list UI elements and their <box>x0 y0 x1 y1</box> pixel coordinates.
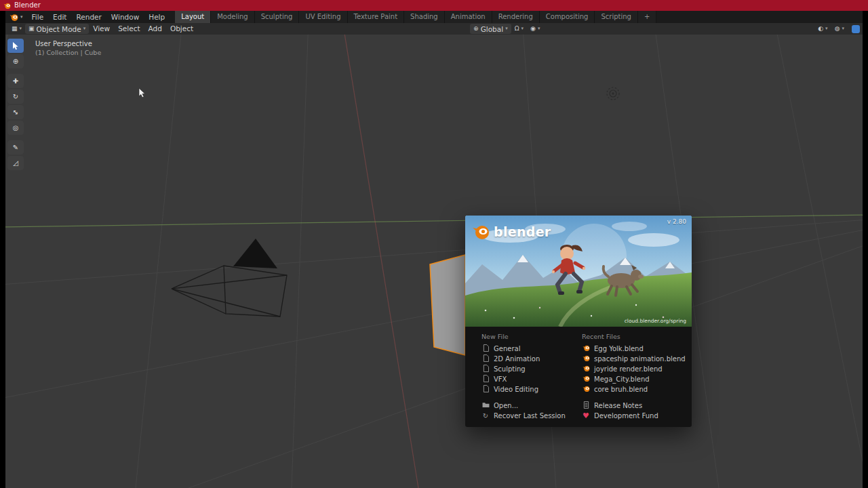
item-label: Egg Yolk.blend <box>594 345 644 352</box>
tab-rendering[interactable]: Rendering <box>492 11 540 23</box>
menu-file[interactable]: File <box>27 11 49 23</box>
tab-shading[interactable]: Shading <box>404 11 445 23</box>
new-file-vfx[interactable]: VFX <box>481 374 578 384</box>
tool-select-button[interactable] <box>7 39 24 53</box>
tool-move-button[interactable]: ✚ <box>7 74 24 88</box>
file-icon <box>481 354 490 363</box>
recent-file-4[interactable]: Mega_City.blend <box>582 374 687 384</box>
item-label: Release Notes <box>594 402 642 409</box>
recent-files-column: Recent Files Egg Yolk.blend spaceship an… <box>582 327 687 427</box>
file-icon <box>481 385 490 394</box>
axis-y-line <box>5 215 863 227</box>
tool-rotate-button[interactable]: ↻ <box>7 89 24 104</box>
annotate-pen-icon: ✎ <box>13 144 18 151</box>
light-object[interactable] <box>607 87 619 100</box>
menu-window[interactable]: Window <box>106 11 144 23</box>
collection-breadcrumb: (1) Collection | Cube <box>35 49 101 56</box>
editor-type-button[interactable]: ▦ ▾ <box>8 24 25 34</box>
tool-transform-button[interactable]: ◎ <box>7 121 24 135</box>
menu-add[interactable]: Add <box>144 23 166 35</box>
topbar: ▾ File Edit Render Window Help Layout Mo… <box>5 11 863 23</box>
object-mode-icon: ▣ <box>28 26 35 32</box>
tool-shelf: ⊕ ✚ ↻ ↔ ◎ ✎ ◿ <box>7 39 24 170</box>
tab-modeling[interactable]: Modeling <box>211 11 255 23</box>
orientation-globe-icon: ⊕ <box>473 26 479 32</box>
transform-icon: ◎ <box>13 124 19 131</box>
snap-toggle-button[interactable]: Ω ▾ <box>511 24 527 34</box>
menu-edit[interactable]: Edit <box>48 11 71 23</box>
shading-mode-button[interactable]: ◍ ▾ <box>831 24 848 34</box>
recover-icon: ↻ <box>481 413 490 420</box>
menu-select[interactable]: Select <box>114 23 144 35</box>
rotate-icon: ↻ <box>13 93 18 100</box>
cube-object[interactable] <box>430 255 465 355</box>
menu-object[interactable]: Object <box>166 23 197 35</box>
blend-file-icon <box>582 365 590 373</box>
notes-icon <box>582 401 590 410</box>
recent-file-2[interactable]: spaceship animation.blend <box>582 354 687 364</box>
blend-file-icon <box>582 375 590 384</box>
file-icon <box>481 344 490 353</box>
splash-body: New File General 2D Animation <box>465 327 692 427</box>
menu-view[interactable]: View <box>89 23 114 35</box>
folder-icon <box>481 402 490 409</box>
brand-wordmark: blender <box>494 224 551 239</box>
menu-help[interactable]: Help <box>144 11 170 23</box>
new-file-sculpting[interactable]: Sculpting <box>481 364 578 374</box>
proportional-editing-button[interactable]: ◉ ▾ <box>527 24 543 34</box>
item-label: Development Fund <box>594 412 658 420</box>
window-titlebar[interactable]: Blender <box>0 0 868 11</box>
overlays-button[interactable]: ◐ ▾ <box>814 24 831 34</box>
splash-screen: blender v 2.80 cloud.blender.org/spring … <box>465 216 692 427</box>
header-blue-toggle-icon[interactable] <box>852 25 860 33</box>
recent-file-1[interactable]: Egg Yolk.blend <box>582 344 687 354</box>
new-file-video-editing[interactable]: Video Editing <box>481 384 578 394</box>
new-file-2d-animation[interactable]: 2D Animation <box>481 354 578 364</box>
new-file-general[interactable]: General <box>481 344 578 354</box>
file-icon <box>481 375 490 384</box>
chevron-down-icon: ▾ <box>83 26 86 31</box>
item-label: 2D Animation <box>494 355 540 363</box>
tab-sculpting[interactable]: Sculpting <box>255 11 300 23</box>
blender-menu-button[interactable]: ▾ <box>5 11 27 23</box>
camera-object[interactable] <box>172 239 287 317</box>
recent-file-5[interactable]: core bruh.blend <box>582 384 687 394</box>
mode-label: Object Mode <box>37 25 81 33</box>
recent-file-3[interactable]: joyride render.blend <box>582 364 687 374</box>
version-label: v 2.80 <box>667 218 686 225</box>
mode-select-dropdown[interactable]: ▣ Object Mode ▾ <box>25 24 89 34</box>
tool-measure-button[interactable]: ◿ <box>7 156 24 170</box>
menu-render[interactable]: Render <box>71 11 106 23</box>
viewport-3d[interactable]: User Perspective (1) Collection | Cube ⊕… <box>5 35 863 488</box>
tab-texture-paint[interactable]: Texture Paint <box>348 11 405 23</box>
grid-lines <box>5 35 863 488</box>
tab-uv-editing[interactable]: UV Editing <box>299 11 347 23</box>
release-notes-link[interactable]: Release Notes <box>582 401 687 411</box>
tab-compositing[interactable]: Compositing <box>540 11 595 23</box>
new-file-heading: New File <box>481 333 578 340</box>
blender-window: Blender ▾ File Edit Render Window Help L… <box>0 0 868 488</box>
tool-cursor-button[interactable]: ⊕ <box>7 54 24 68</box>
blend-file-icon <box>582 354 590 363</box>
tool-annotate-button[interactable]: ✎ <box>7 140 24 155</box>
add-workspace-button[interactable]: + <box>638 11 656 23</box>
tab-scripting[interactable]: Scripting <box>595 11 637 23</box>
item-label: Recover Last Session <box>494 412 566 420</box>
tab-layout[interactable]: Layout <box>175 11 211 23</box>
proportional-editing-icon: ◉ <box>530 26 536 32</box>
splash-artwork: blender v 2.80 cloud.blender.org/spring <box>465 216 692 327</box>
tool-scale-button[interactable]: ↔ <box>7 105 24 119</box>
shading-sphere-icon: ◍ <box>835 26 840 32</box>
item-label: Mega_City.blend <box>594 375 650 383</box>
development-fund-link[interactable]: ♥ Development Fund <box>582 411 687 421</box>
transform-orientation-dropdown[interactable]: ⊕ Global ▾ <box>470 24 511 34</box>
mouse-cursor <box>138 88 146 98</box>
open-file-button[interactable]: Open... <box>481 401 578 411</box>
tab-animation[interactable]: Animation <box>445 11 492 23</box>
recover-last-session-button[interactable]: ↻ Recover Last Session <box>481 411 578 421</box>
chevron-down-icon: ▾ <box>505 26 508 31</box>
chevron-down-icon: ▾ <box>825 26 828 31</box>
chevron-down-icon: ▾ <box>20 15 23 20</box>
blender-logo-icon <box>472 223 490 241</box>
move-icon: ✚ <box>13 77 18 85</box>
